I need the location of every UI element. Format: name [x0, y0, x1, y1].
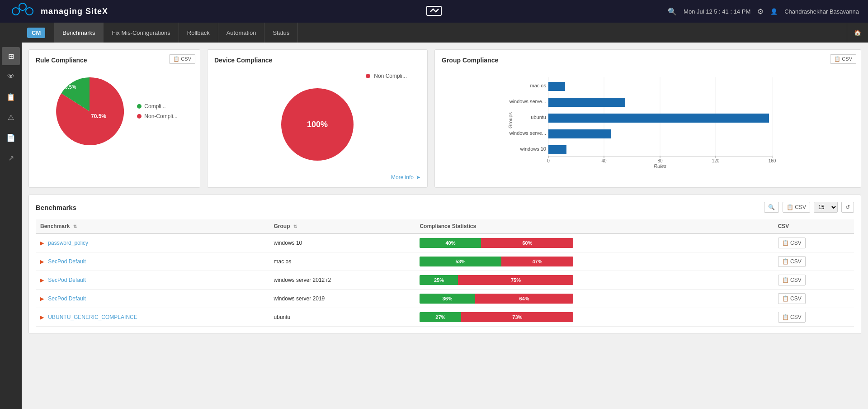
cell-group: windows server 2012 r2 — [269, 271, 415, 290]
table-row: ▶ SecPod Default windows server 2012 r2 … — [36, 271, 854, 290]
benchmarks-csv-button[interactable]: 📋 CSV — [783, 202, 810, 213]
group-compliance-chart-container: Groups mac os windows serve... ubuntu wi… — [442, 68, 854, 174]
row-csv-button[interactable]: 📋 CSV — [778, 238, 806, 248]
nav-rollback[interactable]: Rollback — [179, 23, 218, 43]
settings-icon[interactable]: ⚙ — [757, 7, 764, 16]
svg-point-2 — [26, 8, 33, 15]
main-layout: ⊞ 👁 📋 ⚠ 📄 ↗ Rule Compliance 📋 CSV — [0, 43, 868, 409]
benchmark-link[interactable]: SecPod Default — [48, 258, 85, 265]
sidebar-item-warning[interactable]: ⚠ — [2, 108, 20, 126]
svg-text:Groups: Groups — [508, 112, 513, 128]
sidebar-item-export[interactable]: ↗ — [2, 149, 20, 167]
sidebar-item-doc[interactable]: 📄 — [2, 128, 20, 147]
rule-compliance-pie: 70.5% 29.5% — [51, 73, 128, 150]
nav-status[interactable]: Status — [264, 23, 298, 43]
expand-icon[interactable]: ▶ — [40, 259, 44, 264]
compliance-red: 73% — [461, 312, 573, 322]
compliance-red: 75% — [458, 275, 573, 285]
cell-benchmark: ▶ SecPod Default — [36, 252, 269, 271]
device-non-compliant-label: Non Compli... — [374, 73, 407, 79]
svg-text:80: 80 — [657, 158, 663, 163]
compliance-green: 53% — [420, 257, 501, 266]
nav-fix-mis[interactable]: Fix Mis-Configurations — [104, 23, 179, 43]
home-link[interactable]: 🏠 — [847, 23, 868, 43]
expand-icon[interactable]: ▶ — [40, 240, 44, 246]
per-page-select[interactable]: 15 25 50 100 — [814, 202, 838, 213]
grid-icon: ⊞ — [8, 52, 14, 61]
refresh-button[interactable]: ↺ — [841, 202, 854, 213]
compliance-bar: 40% 60% — [420, 238, 573, 248]
benchmarks-table-head: Benchmark ⇅ Group ⇅ Compliance Statistic… — [36, 219, 854, 233]
svg-point-0 — [12, 8, 19, 15]
cell-benchmark: ▶ password_policy — [36, 233, 269, 252]
cell-benchmark: ▶ SecPod Default — [36, 271, 269, 290]
cell-benchmark: ▶ SecPod Default — [36, 290, 269, 308]
sidebar: ⊞ 👁 📋 ⚠ 📄 ↗ — [0, 43, 22, 409]
benchmarks-table: Benchmark ⇅ Group ⇅ Compliance Statistic… — [36, 219, 854, 327]
sidebar-item-cm[interactable]: ⊞ — [2, 47, 20, 65]
expand-icon[interactable]: ▶ — [40, 296, 44, 301]
cell-group: mac os — [269, 252, 415, 271]
compliance-red: 64% — [475, 294, 574, 304]
device-compliance-card: Device Compliance Non Compli... 100% Mor… — [207, 49, 428, 188]
cell-group: ubuntu — [269, 308, 415, 327]
row-csv-button[interactable]: 📋 CSV — [778, 293, 806, 304]
nav-benchmarks[interactable]: Benchmarks — [54, 23, 104, 43]
nav-automation[interactable]: Automation — [218, 23, 265, 43]
svg-text:29.5%: 29.5% — [62, 84, 76, 90]
benchmarks-table-body: ▶ password_policy windows 10 40% 60% 📋 C… — [36, 233, 854, 327]
col-group: Group ⇅ — [269, 219, 415, 233]
list-icon: 📋 — [6, 93, 15, 101]
second-bar: CM Benchmarks Fix Mis-Configurations Rol… — [0, 23, 868, 43]
svg-text:mac os: mac os — [530, 83, 547, 88]
benchmarks-search-button[interactable]: 🔍 — [764, 202, 779, 213]
main-nav: Benchmarks Fix Mis-Configurations Rollba… — [54, 23, 298, 43]
expand-icon[interactable]: ▶ — [40, 314, 44, 320]
cell-csv: 📋 CSV — [774, 290, 854, 308]
device-compliance-pie: 100% — [277, 84, 358, 165]
svg-rect-37 — [548, 145, 566, 154]
device-compliance-title: Device Compliance — [214, 57, 420, 64]
expand-icon[interactable]: ▶ — [40, 277, 44, 283]
svg-text:windows 10: windows 10 — [520, 146, 546, 152]
group-compliance-csv-button[interactable]: 📋 CSV — [830, 54, 856, 64]
benchmark-link[interactable]: SecPod Default — [48, 277, 85, 283]
benchmark-link[interactable]: SecPod Default — [48, 295, 85, 302]
rule-compliance-csv-button[interactable]: 📋 CSV — [169, 54, 195, 64]
svg-text:ubuntu: ubuntu — [531, 114, 546, 120]
benchmark-link[interactable]: UBUNTU_GENERIC_COMPLAINCE — [48, 314, 137, 320]
row-csv-button[interactable]: 📋 CSV — [778, 256, 806, 267]
top-bar: managing SiteX 🔍 Mon Jul 12 5 : 41 : 14 … — [0, 0, 868, 23]
compliance-green: 40% — [420, 238, 481, 248]
cell-csv: 📋 CSV — [774, 271, 854, 290]
svg-rect-5 — [427, 6, 441, 15]
sort-benchmark-icon[interactable]: ⇅ — [73, 224, 77, 229]
sidebar-item-eye[interactable]: 👁 — [2, 67, 20, 86]
svg-line-3 — [19, 9, 19, 10]
content-area: Rule Compliance 📋 CSV 70.5% 29.5% — [22, 43, 868, 409]
cell-group: windows server 2019 — [269, 290, 415, 308]
table-row: ▶ SecPod Default windows server 2019 36%… — [36, 290, 854, 308]
svg-point-1 — [19, 3, 26, 10]
datetime: Mon Jul 12 5 : 41 : 14 PM — [684, 8, 750, 15]
col-csv: CSV — [774, 219, 854, 233]
benchmarks-title: Benchmarks — [36, 204, 760, 211]
benchmark-link[interactable]: password_policy — [48, 240, 88, 246]
rule-compliance-legend: Compli... Non-Compli... — [137, 103, 177, 119]
compliance-red: 60% — [481, 238, 573, 248]
cm-badge: CM — [27, 28, 45, 38]
table-row: ▶ SecPod Default mac os 53% 47% 📋 CSV — [36, 252, 854, 271]
sort-group-icon[interactable]: ⇅ — [293, 224, 297, 229]
benchmarks-header: Benchmarks 🔍 📋 CSV 15 25 50 100 ↺ — [36, 202, 854, 213]
more-info-link[interactable]: More info ➤ — [214, 170, 420, 181]
cell-compliance: 25% 75% — [415, 271, 773, 290]
sidebar-item-list[interactable]: 📋 — [2, 88, 20, 106]
username: Chandrashekhar Basavanna — [784, 8, 859, 15]
svg-rect-35 — [548, 114, 769, 123]
search-icon[interactable]: 🔍 — [668, 7, 677, 16]
row-csv-button[interactable]: 📋 CSV — [778, 275, 806, 285]
center-logo — [425, 3, 443, 20]
group-compliance-bar-chart: Groups mac os windows serve... ubuntu wi… — [442, 73, 849, 168]
legend-compliant: Compli... — [137, 103, 177, 109]
row-csv-button[interactable]: 📋 CSV — [778, 312, 806, 323]
